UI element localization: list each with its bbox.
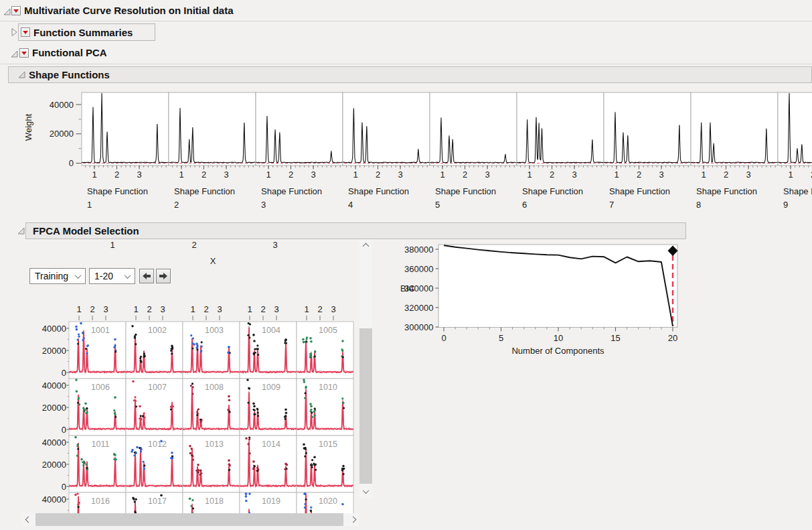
- shape-function-panel[interactable]: 123Shape Function6: [517, 92, 604, 210]
- group-dropdown[interactable]: Training: [29, 268, 86, 284]
- column-tick-label: 1: [247, 304, 252, 314]
- x-tick-label: 3: [485, 170, 489, 180]
- panel-number: 2: [174, 200, 179, 210]
- divider: [0, 64, 812, 64]
- panel-number: 6: [522, 200, 527, 210]
- profile-cell-1012[interactable]: 1012: [126, 436, 183, 492]
- profile-cell-1009[interactable]: 1009: [240, 379, 297, 436]
- x-tick-label: 0: [441, 333, 446, 343]
- disclosure-open-icon[interactable]: [16, 226, 26, 236]
- section-title: Functional PCA: [32, 47, 107, 58]
- x-axis-title: Number of Components: [511, 346, 604, 356]
- chevron-down-icon: [75, 272, 82, 279]
- profile-cell-1017[interactable]: 1017: [126, 492, 183, 513]
- profile-cell-1004[interactable]: 1004: [240, 322, 297, 379]
- profile-cell-1001[interactable]: 1001: [69, 322, 126, 379]
- cell-id-label: 1005: [319, 326, 337, 335]
- cell-id-label: 1010: [319, 383, 337, 392]
- profile-cell-1005[interactable]: 1005: [297, 322, 353, 379]
- shape-function-panel[interactable]: 123Shape Function2: [169, 92, 256, 210]
- y-tick-label: 20000: [50, 129, 74, 139]
- section-title: Function Summaries: [33, 27, 133, 38]
- vertical-scrollbar-thumb[interactable]: [359, 328, 372, 484]
- cell-id-label: 1009: [262, 383, 280, 392]
- y-tick-label: 380000: [404, 245, 433, 255]
- cell-id-label: 1012: [148, 440, 167, 449]
- shape-function-panel[interactable]: 123Shape Function1: [82, 92, 169, 210]
- profile-cell-1013[interactable]: 1013: [183, 436, 240, 492]
- profile-cell-1011[interactable]: 1011: [69, 436, 126, 492]
- disclosure-collapsed-icon[interactable]: [9, 27, 19, 37]
- profile-cell-1020[interactable]: 1020: [297, 492, 353, 513]
- column-tick-label: 3: [331, 304, 335, 314]
- column-tick-label: 2: [260, 304, 265, 314]
- shape-functions-plot[interactable]: Weight40000200000123Shape Function1123Sh…: [0, 87, 812, 218]
- vertical-scrollbar[interactable]: [359, 239, 372, 499]
- shape-function-panel[interactable]: 123Shape Function8: [691, 92, 778, 210]
- cell-id-label: 1007: [148, 383, 167, 392]
- shape-function-panel[interactable]: 123Shape Function7: [604, 92, 691, 210]
- chevron-left-icon: [25, 517, 32, 523]
- outline-node-functional-pca: Functional PCA: [0, 44, 812, 63]
- profile-cell-1019[interactable]: 1019: [240, 492, 297, 513]
- shape-function-panel[interactable]: 123Shape Function5: [430, 92, 517, 210]
- chevron-up-icon: [363, 243, 370, 250]
- scroll-down-arrow[interactable]: [359, 486, 372, 497]
- scroll-left-arrow[interactable]: [22, 514, 35, 525]
- shape-function-panel[interactable]: 123Shape Function3: [256, 92, 343, 210]
- profile-cell-1003[interactable]: 1003: [183, 322, 240, 379]
- profile-cell-1018[interactable]: 1018: [183, 492, 240, 513]
- horizontal-scrollbar-thumb[interactable]: [35, 513, 343, 526]
- partial-axis-tick-label: 2: [191, 240, 196, 250]
- x-tick-label: 2: [463, 170, 467, 180]
- shape-function-panel[interactable]: 123Shape Function9: [778, 92, 812, 210]
- cell-id-label: 1016: [91, 496, 110, 506]
- x-tick-label: 1: [353, 170, 357, 180]
- left-arrow-icon: [142, 272, 151, 280]
- row-tick-label: 40000: [42, 438, 66, 448]
- cell-id-label: 1014: [262, 440, 280, 449]
- profile-cell-1016[interactable]: 1016: [69, 492, 126, 513]
- profile-cell-1014[interactable]: 1014: [240, 436, 297, 492]
- scroll-up-arrow[interactable]: [359, 241, 372, 252]
- x-tick-label: 3: [137, 170, 141, 180]
- x-tick-label: 2: [376, 170, 380, 180]
- x-tick-label: 20: [668, 333, 677, 343]
- x-tick-label: 5: [499, 333, 503, 343]
- outline-node-function-summaries[interactable]: Function Summaries: [18, 23, 155, 41]
- x-tick-label: 1: [266, 170, 270, 180]
- red-triangle-menu-button[interactable]: [19, 48, 29, 58]
- shape-function-panel[interactable]: 123Shape Function4: [343, 92, 430, 210]
- profile-cell-1006[interactable]: 1006: [69, 379, 126, 436]
- row-tick-label: 20000: [42, 403, 66, 413]
- red-triangle-menu-button[interactable]: [21, 27, 30, 37]
- partial-axis-tick-label: 1: [110, 240, 114, 250]
- red-triangle-menu-button[interactable]: [11, 6, 21, 15]
- disclosure-open-icon[interactable]: [9, 49, 19, 59]
- x-tick-label: 2: [289, 170, 293, 180]
- row-tick-label: 0: [62, 482, 66, 492]
- horizontal-scrollbar[interactable]: [22, 513, 359, 526]
- fpca-model-selection-header[interactable]: FPCA Model Selection: [25, 222, 686, 239]
- profile-cell-1008[interactable]: 1008: [183, 379, 240, 436]
- y-tick-label: 300000: [404, 322, 433, 332]
- cell-id-label: 1011: [92, 440, 110, 449]
- panel-number: 5: [435, 200, 440, 210]
- panel-label: Shape Function: [435, 186, 496, 196]
- panel-label: Shape Function: [87, 186, 148, 196]
- bic-plot[interactable]: 380000360000340000320000300000BIC0510152…: [388, 239, 703, 367]
- profile-cell-1002[interactable]: 1002: [126, 322, 183, 379]
- profile-cell-1015[interactable]: 1015: [297, 436, 353, 492]
- shape-functions-header[interactable]: Shape Functions: [8, 66, 812, 83]
- red-triangle-icon: [13, 9, 19, 13]
- profile-cell-1007[interactable]: 1007: [126, 379, 183, 436]
- range-dropdown[interactable]: 1-20: [89, 268, 135, 284]
- column-tick-label: 2: [90, 304, 94, 314]
- cell-id-label: 1018: [205, 496, 224, 506]
- profile-cell-1010[interactable]: 1010: [297, 379, 353, 436]
- disclosure-open-icon[interactable]: [2, 7, 12, 17]
- scroll-right-arrow[interactable]: [347, 514, 359, 525]
- disclosure-open-icon[interactable]: [17, 70, 27, 80]
- next-page-button[interactable]: [156, 269, 171, 283]
- previous-page-button[interactable]: [139, 269, 154, 283]
